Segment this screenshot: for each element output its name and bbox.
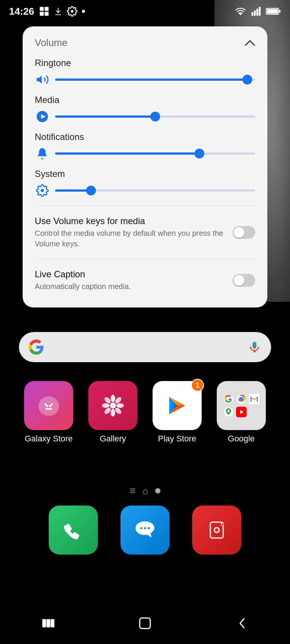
svg-point-16 <box>41 189 44 192</box>
volume-high-icon <box>35 72 50 87</box>
live-caption-desc: Automatically caption media. <box>35 281 227 292</box>
volume-keys-toggle-row: Use Volume keys for media Control the me… <box>35 212 255 253</box>
search-bar-container <box>19 332 271 362</box>
volume-keys-title: Use Volume keys for media <box>35 216 227 226</box>
page-indicators: ≡ ⌂ <box>0 485 290 497</box>
phone-dock-icon <box>49 506 98 555</box>
system-label: System <box>35 169 255 179</box>
play-store-icon: 1 <box>153 381 202 430</box>
svg-rect-7 <box>254 11 256 16</box>
volume-collapse-button[interactable] <box>245 39 255 47</box>
home-page-indicator: ⌂ <box>142 485 148 497</box>
svg-rect-11 <box>279 10 281 12</box>
svg-point-5 <box>240 14 241 15</box>
svg-rect-3 <box>45 12 49 15</box>
system-row: System <box>35 169 255 198</box>
download-status-icon <box>54 6 62 17</box>
notifications-slider[interactable] <box>55 152 255 155</box>
svg-rect-53 <box>51 619 54 627</box>
status-time: 14:26 <box>9 6 34 17</box>
svg-point-40 <box>227 410 230 412</box>
svg-point-19 <box>111 395 115 402</box>
svg-point-18 <box>110 403 116 409</box>
camera-dock-icon <box>192 506 241 555</box>
media-label: Media <box>35 95 255 105</box>
signal-icon <box>251 6 262 17</box>
dock <box>0 506 290 555</box>
app-grid: Galaxy Store Gallery 1 <box>0 381 290 444</box>
svg-rect-8 <box>256 9 258 16</box>
svg-point-34 <box>240 398 243 401</box>
microphone-icon[interactable] <box>247 340 262 355</box>
svg-point-48 <box>215 528 219 532</box>
gallery-app-icon <box>88 381 137 430</box>
back-button[interactable] <box>227 612 257 635</box>
camera-dock-app[interactable] <box>192 506 241 555</box>
live-caption-text: Live Caption Automatically caption media… <box>35 269 233 292</box>
notifications-row: Notifications <box>35 132 255 161</box>
gallery-label: Gallery <box>100 434 126 444</box>
google-search-bar[interactable] <box>19 332 271 362</box>
divider-1 <box>35 206 255 206</box>
play-icon <box>35 109 50 124</box>
google-folder-icon <box>217 381 266 430</box>
gallery-app[interactable]: Gallery <box>88 381 137 444</box>
svg-point-26 <box>103 407 112 415</box>
svg-rect-6 <box>251 12 253 15</box>
gear-icon <box>35 183 50 198</box>
media-row: Media <box>35 95 255 124</box>
svg-rect-52 <box>46 619 50 627</box>
media-slider[interactable] <box>55 115 255 118</box>
svg-point-4 <box>71 10 73 13</box>
svg-rect-2 <box>40 12 44 15</box>
svg-point-24 <box>114 407 123 415</box>
svg-point-44 <box>144 527 146 529</box>
recent-apps-button[interactable] <box>33 612 63 635</box>
svg-point-21 <box>102 403 110 408</box>
ringtone-row: Ringtone <box>35 58 255 87</box>
google-logo <box>28 339 45 355</box>
svg-rect-17 <box>45 408 52 410</box>
svg-point-23 <box>103 396 112 405</box>
galaxy-store-icon <box>24 381 73 430</box>
live-caption-toggle[interactable] <box>233 274 255 287</box>
current-page-indicator <box>155 488 160 493</box>
svg-marker-13 <box>37 76 42 84</box>
play-store-badge: 1 <box>191 379 204 392</box>
svg-rect-51 <box>42 619 46 627</box>
svg-point-22 <box>116 403 124 408</box>
home-button[interactable] <box>130 612 160 635</box>
status-bar: 14:26 <box>0 0 290 23</box>
ringtone-label: Ringtone <box>35 58 255 68</box>
system-slider[interactable] <box>55 189 255 192</box>
ringtone-slider[interactable] <box>55 78 255 81</box>
volume-keys-toggle[interactable] <box>233 226 255 239</box>
svg-point-50 <box>222 524 224 526</box>
gallery-status-icon <box>39 6 49 17</box>
dot-indicator <box>82 10 85 13</box>
navigation-bar <box>0 606 290 644</box>
volume-keys-text: Use Volume keys for media Control the me… <box>35 216 233 249</box>
galaxy-store-label: Galaxy Store <box>25 434 72 444</box>
messages-dock-app[interactable] <box>120 506 170 555</box>
battery-icon <box>266 7 281 16</box>
galaxy-store-app[interactable]: Galaxy Store <box>24 381 73 444</box>
divider-2 <box>35 259 255 259</box>
svg-rect-54 <box>140 618 150 629</box>
notifications-label: Notifications <box>35 132 255 142</box>
google-folder-app[interactable]: Google <box>217 381 266 444</box>
volume-panel: Volume Ringtone Media <box>23 26 267 307</box>
svg-point-45 <box>148 527 150 529</box>
google-folder-label: Google <box>228 434 255 444</box>
svg-point-20 <box>111 409 115 417</box>
svg-point-43 <box>140 527 142 529</box>
messages-dock-icon <box>120 506 170 555</box>
bell-icon <box>35 146 50 161</box>
live-caption-title: Live Caption <box>35 269 227 280</box>
apps-indicator: ≡ <box>130 485 136 497</box>
svg-point-25 <box>114 396 123 405</box>
play-store-label: Play Store <box>158 434 196 444</box>
phone-dock-app[interactable] <box>49 506 98 555</box>
wifi-icon <box>234 6 247 17</box>
play-store-app[interactable]: 1 <box>153 381 202 444</box>
